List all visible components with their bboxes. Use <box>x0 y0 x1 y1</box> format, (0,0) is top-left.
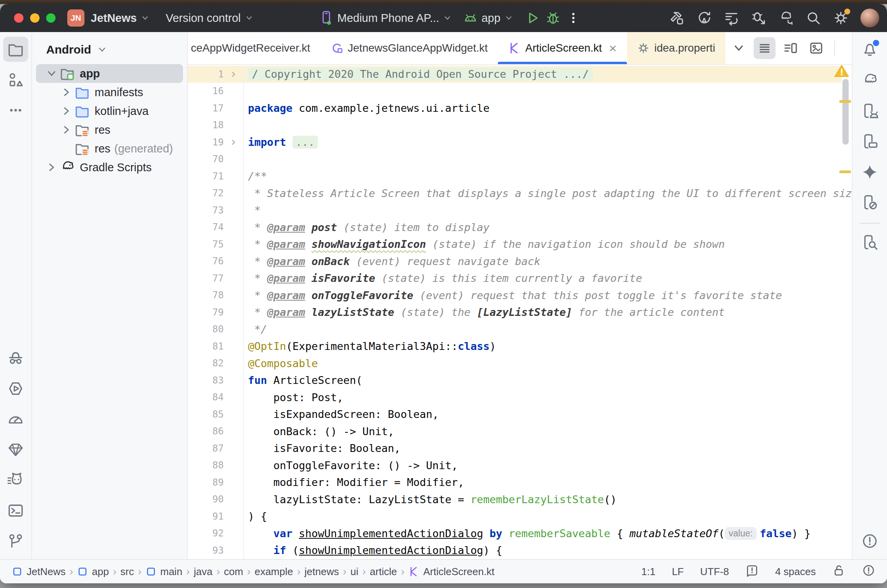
line-number[interactable]: 87 <box>188 443 224 454</box>
version-control-tool-button[interactable] <box>3 529 28 554</box>
code-line-83[interactable]: 83fun ArticleScreen( <box>188 372 842 389</box>
device-manager-tool-button[interactable] <box>857 99 882 124</box>
code-line-86[interactable]: 86 onBack: () -> Unit, <box>188 423 842 440</box>
line-number[interactable]: 70 <box>188 154 224 165</box>
line-number[interactable]: 19 <box>188 137 224 148</box>
line-number[interactable]: 85 <box>188 409 224 420</box>
image-view-button[interactable] <box>805 37 827 59</box>
tab-articlescreen-kt[interactable]: ArticleScreen.kt× <box>498 32 627 64</box>
code-line-79[interactable]: 79 * @param lazyListState (state) the [L… <box>188 304 842 321</box>
tab-idea-properti[interactable]: idea.properti <box>627 32 725 64</box>
gradle-tool-button[interactable] <box>857 68 882 93</box>
version-control-menu[interactable]: Version control <box>166 12 254 25</box>
line-number[interactable]: 91 <box>188 511 224 522</box>
scrollbar-warning-mark[interactable] <box>839 170 851 173</box>
close-window-button[interactable] <box>14 13 23 23</box>
line-number[interactable]: 77 <box>188 273 224 284</box>
code-line-77[interactable]: 77 * @param isFavorite (state) is this i… <box>188 270 842 287</box>
problems-tool-button[interactable] <box>857 529 882 554</box>
code-line-1[interactable]: 1/ Copyright 2020 The Android Open Sourc… <box>188 66 842 83</box>
list-view-button[interactable] <box>754 37 776 59</box>
code-line-17[interactable]: 17package com.example.jetnews.ui.article <box>188 100 842 117</box>
more-tool-windows-tool-button[interactable] <box>3 98 28 123</box>
maximize-window-button[interactable] <box>46 13 56 23</box>
tab-ceappwidgetreceiver-kt[interactable]: ceAppWidgetReceiver.kt <box>188 32 320 64</box>
line-number[interactable]: 71 <box>188 171 224 182</box>
line-number[interactable]: 17 <box>188 103 224 114</box>
line-number[interactable]: 89 <box>188 477 224 488</box>
code-line-81[interactable]: 81@OptIn(ExperimentalMaterial3Api::class… <box>188 338 842 355</box>
line-number[interactable]: 76 <box>188 256 224 267</box>
breadcrumb-item-app[interactable]: app <box>77 566 109 578</box>
code-line-19[interactable]: 19import ... <box>188 134 842 151</box>
hidden-tabs-chevron-button[interactable] <box>728 37 750 59</box>
status-lock-open-widget[interactable] <box>832 564 846 580</box>
line-number[interactable]: 73 <box>188 205 224 216</box>
breadcrumb-item-jetnews[interactable]: JetNews <box>12 566 66 578</box>
line-number[interactable]: 16 <box>188 86 224 97</box>
code-line-18[interactable]: 18 <box>188 117 842 134</box>
close-tab-icon[interactable]: × <box>609 41 617 55</box>
terminal-tool-button[interactable] <box>3 498 28 523</box>
minimize-window-button[interactable] <box>30 13 40 23</box>
editor-scrollbar[interactable] <box>842 79 849 145</box>
line-number[interactable]: 82 <box>188 358 224 369</box>
line-number[interactable]: 92 <box>188 528 224 539</box>
code-line-87[interactable]: 87 isFavorite: Boolean, <box>188 440 842 457</box>
device-explorer-tool-button[interactable] <box>3 468 28 493</box>
app-links-assistant-tool-button[interactable] <box>3 437 28 462</box>
code-line-92[interactable]: 92 var showUnimplementedActionDialog by … <box>188 525 842 542</box>
code-editor[interactable]: 1/ Copyright 2020 The Android Open Sourc… <box>188 65 852 559</box>
status-text-widget[interactable]: LF <box>672 566 684 578</box>
breadcrumb-item-src[interactable]: src <box>120 566 134 578</box>
notifications-tool-button[interactable] <box>857 38 882 63</box>
line-number[interactable]: 75 <box>188 239 224 250</box>
inspection-warning-icon[interactable] <box>833 65 850 79</box>
more-run-options-button[interactable] <box>563 8 584 28</box>
code-line-78[interactable]: 78 * @param onToggleFavorite (event) req… <box>188 287 842 304</box>
project-folder-tool-button[interactable] <box>3 37 28 62</box>
resource-manager-tool-button[interactable] <box>3 67 28 92</box>
attach-debugger-button[interactable] <box>749 8 769 28</box>
code-line-72[interactable]: 72 * Stateless Article Screen that displ… <box>188 185 842 202</box>
split-view-button[interactable] <box>779 37 801 59</box>
code-line-74[interactable]: 74 * @param post (state) item to display <box>188 219 842 236</box>
tree-item-manifests[interactable]: manifests <box>36 83 183 102</box>
tree-item-app[interactable]: app <box>36 64 183 83</box>
code-line-70[interactable]: 70 <box>188 151 842 168</box>
fold-gutter[interactable] <box>224 70 243 79</box>
breadcrumb-item-ui[interactable]: ui <box>350 566 358 578</box>
code-line-75[interactable]: 75 * @param showNavigationIcon (state) i… <box>188 236 842 253</box>
status-problems-widget[interactable] <box>862 564 875 580</box>
tree-item-res[interactable]: res(generated) <box>36 139 183 158</box>
code-line-85[interactable]: 85 isExpandedScreen: Boolean, <box>188 406 842 423</box>
gradle-sync-button[interactable] <box>776 8 796 28</box>
line-number[interactable]: 86 <box>188 426 224 437</box>
line-number[interactable]: 1 <box>188 69 224 80</box>
line-number[interactable]: 72 <box>188 188 224 199</box>
gemini-tool-button[interactable] <box>857 160 882 185</box>
status-text-widget[interactable]: UTF-8 <box>700 566 729 578</box>
code-line-80[interactable]: 80 */ <box>188 321 842 338</box>
line-number[interactable]: 90 <box>188 494 224 505</box>
apply-code-changes-button[interactable] <box>721 8 742 28</box>
line-number[interactable]: 88 <box>188 460 224 471</box>
code-line-76[interactable]: 76 * @param onBack (event) request navig… <box>188 253 842 270</box>
debug-button[interactable] <box>543 8 563 28</box>
tree-item-kotlin-java[interactable]: kotlin+java <box>36 102 183 120</box>
fold-gutter[interactable] <box>224 138 243 147</box>
line-number[interactable]: 84 <box>188 392 224 403</box>
scrollbar-warning-mark[interactable] <box>839 100 851 103</box>
code-line-82[interactable]: 82@Composable <box>188 355 842 372</box>
project-view-selector[interactable]: Android <box>32 38 187 64</box>
code-line-93[interactable]: 93 if (showUnimplementedActionDialog) { <box>188 542 842 559</box>
code-line-16[interactable]: 16 <box>188 83 842 100</box>
status-text-widget[interactable]: 4 spaces <box>775 566 816 578</box>
code-line-91[interactable]: 91) { <box>188 508 842 525</box>
search-everywhere-button[interactable] <box>803 8 824 28</box>
app-quality-insights-tool-button[interactable] <box>3 346 28 371</box>
more-kebab-button[interactable] <box>842 37 852 59</box>
status-inspections-widget[interactable] <box>745 564 759 580</box>
device-mirroring-tool-button[interactable] <box>857 190 882 215</box>
code-line-73[interactable]: 73 * <box>188 202 842 219</box>
